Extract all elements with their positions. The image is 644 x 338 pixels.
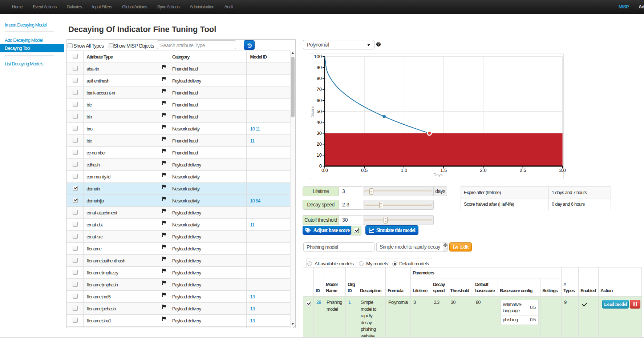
svg-text:Days: Days <box>433 173 443 177</box>
svg-text:40: 40 <box>317 120 322 125</box>
svg-text:100: 100 <box>314 54 322 59</box>
svg-text:90: 90 <box>317 65 322 70</box>
svg-text:2.0: 2.0 <box>480 168 486 173</box>
svg-text:0.0: 0.0 <box>321 168 328 173</box>
svg-text:70: 70 <box>317 86 322 92</box>
svg-text:3.0: 3.0 <box>559 168 566 173</box>
svg-text:50: 50 <box>317 109 322 114</box>
svg-text:1.0: 1.0 <box>401 168 407 173</box>
svg-text:2.5: 2.5 <box>519 168 526 173</box>
svg-text:60: 60 <box>317 98 322 103</box>
svg-text:10: 10 <box>317 152 322 158</box>
svg-text:20: 20 <box>317 141 322 147</box>
svg-text:1.5: 1.5 <box>440 168 447 173</box>
svg-text:30: 30 <box>317 130 322 136</box>
svg-text:0.5: 0.5 <box>361 168 368 173</box>
svg-text:80: 80 <box>317 76 322 81</box>
svg-text:Score: Score <box>310 106 315 117</box>
